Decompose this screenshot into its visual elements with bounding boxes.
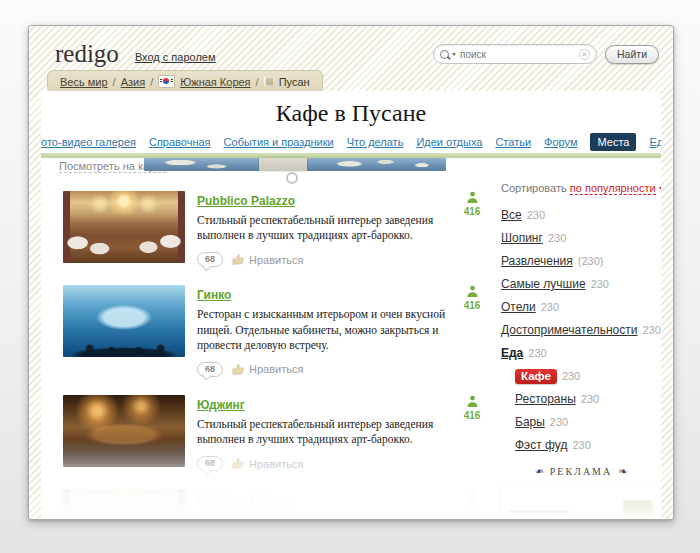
sort-value-link[interactable]: по популярности bbox=[570, 182, 656, 195]
visitors-count: 416 bbox=[461, 504, 483, 515]
listing-item: Pubblico Palazzo Стильный респектабельны… bbox=[63, 489, 483, 519]
search-button[interactable]: Найти bbox=[605, 45, 659, 64]
category-hotels: Отели230 bbox=[501, 300, 661, 314]
ad-text-placeholder bbox=[509, 510, 569, 513]
listing-name-link[interactable]: Юджинг bbox=[197, 398, 245, 412]
listing-name-link[interactable]: Гинко bbox=[197, 288, 231, 302]
ad-placeholder[interactable] bbox=[501, 484, 661, 519]
ad-image-placeholder bbox=[623, 500, 653, 519]
category-restaurants: Рестораны230 bbox=[515, 392, 661, 406]
content-panel: Кафе в Пусане Фото-видео галерея Справоч… bbox=[41, 91, 661, 519]
clear-search-icon[interactable] bbox=[579, 49, 590, 60]
listing-name-link[interactable]: Pubblico Palazzo bbox=[197, 492, 295, 506]
listing-item: Pubblico Palazzo Стильный респектабельны… bbox=[63, 191, 483, 267]
tab-guide[interactable]: Справочная bbox=[149, 136, 211, 148]
category-fastfood: Фэст фуд230 bbox=[515, 438, 661, 452]
visitors-count: 416 bbox=[461, 410, 483, 421]
person-icon bbox=[466, 395, 479, 408]
breadcrumb-busan: Пусан bbox=[279, 76, 310, 88]
category-all: Все230 bbox=[501, 208, 661, 222]
search-icon[interactable] bbox=[440, 50, 449, 59]
breadcrumb-asia[interactable]: Азия bbox=[121, 76, 145, 88]
search-input[interactable] bbox=[456, 49, 579, 60]
listing-photo[interactable] bbox=[63, 489, 185, 519]
breadcrumb-world[interactable]: Весь мир bbox=[60, 76, 108, 88]
listing-photo[interactable] bbox=[63, 395, 185, 467]
tab-events-holidays[interactable]: События и праздники bbox=[224, 136, 334, 148]
person-icon bbox=[466, 489, 479, 502]
section-tabs: Фото-видео галерея Справочная События и … bbox=[41, 133, 661, 151]
like-label: Нравиться bbox=[249, 458, 303, 470]
ad-section-label: ❧ РЕКЛАМА ❧ bbox=[501, 465, 661, 478]
category-food: Еда230 bbox=[501, 346, 661, 360]
thumbs-up-icon bbox=[232, 253, 245, 266]
visitors-count: 416 bbox=[461, 300, 483, 311]
tab-photo-video-gallery[interactable]: Фото-видео галерея bbox=[41, 136, 136, 148]
sort-dropdown-icon[interactable] bbox=[659, 187, 661, 191]
tab-places[interactable]: Места bbox=[590, 133, 636, 151]
breadcrumb: Весь мир / Азия / Южная Корея / Пусан bbox=[47, 70, 323, 93]
listing-description: Стильный респектабельный интерьер заведе… bbox=[197, 511, 459, 519]
listing-photo[interactable] bbox=[63, 191, 185, 263]
map-slider-handle[interactable] bbox=[286, 172, 298, 184]
logo[interactable]: redigo bbox=[55, 40, 119, 68]
ad-text-placeholder bbox=[509, 517, 553, 519]
breadcrumb-separator: / bbox=[113, 76, 116, 88]
breadcrumb-separator: / bbox=[150, 76, 153, 88]
listing-item: Гинко Ресторан с изысканным итерьором и … bbox=[63, 285, 483, 377]
tab-forum[interactable]: Форум bbox=[544, 136, 577, 148]
breadcrumb-south-korea[interactable]: Южная Корея bbox=[180, 76, 250, 88]
like-button[interactable]: Нравиться bbox=[232, 363, 303, 376]
search-box bbox=[433, 44, 597, 64]
tab-rest-ideas[interactable]: Идеи отдыха bbox=[416, 136, 482, 148]
listing-item: Юджинг Стильный респектабельный интерьер… bbox=[63, 395, 483, 471]
visitors-counter: 416 bbox=[461, 285, 483, 311]
site-header: redigo Вход с паролем Найти bbox=[55, 34, 659, 74]
category-cafe: Кафе230 bbox=[515, 369, 661, 383]
site-card: redigo Вход с паролем Найти Весь мир / А… bbox=[28, 25, 674, 520]
login-link[interactable]: Вход с паролем bbox=[135, 51, 216, 63]
thumbs-up-icon bbox=[232, 457, 245, 470]
listing-description: Стильный респектабельный интерьер заведе… bbox=[197, 213, 459, 243]
person-icon bbox=[466, 191, 479, 204]
south-korea-flag-icon bbox=[158, 75, 175, 88]
page-title: Кафе в Пусане bbox=[41, 91, 661, 127]
like-button[interactable]: Нравиться bbox=[232, 457, 303, 470]
sort-control: Сортировать по популярности bbox=[501, 182, 661, 194]
tab-food[interactable]: Еда bbox=[649, 136, 661, 148]
ad-label-text: РЕКЛАМА bbox=[550, 466, 612, 477]
like-button[interactable]: Нравиться bbox=[232, 253, 303, 266]
like-label: Нравиться bbox=[249, 363, 303, 375]
tab-what-to-do[interactable]: Что делать bbox=[347, 136, 404, 148]
sort-label: Сортировать bbox=[501, 182, 567, 194]
listing-description: Стильный респектабельный интерьер заведе… bbox=[197, 417, 459, 447]
category-shopping: Шопинг230 bbox=[501, 231, 661, 245]
listing-description: Ресторан с изысканным итерьором и очен в… bbox=[197, 307, 459, 353]
breadcrumb-separator: / bbox=[256, 76, 259, 88]
city-icon bbox=[264, 77, 274, 86]
map-viewport-segment[interactable] bbox=[259, 158, 307, 171]
category-entertainment: Развлечения(230) bbox=[501, 254, 661, 268]
tab-articles[interactable]: Статьи bbox=[495, 136, 531, 148]
floral-ornament-icon: ❧ bbox=[535, 465, 544, 478]
listings: Pubblico Palazzo Стильный респектабельны… bbox=[63, 191, 483, 519]
listing-name-link[interactable]: Pubblico Palazzo bbox=[197, 194, 295, 208]
category-sights: Достопримечательности230 bbox=[501, 323, 661, 337]
comments-badge[interactable]: 68 bbox=[197, 456, 223, 471]
listing-photo[interactable] bbox=[63, 285, 185, 357]
visitors-counter: 416 bbox=[461, 395, 483, 421]
visitors-counter: 416 bbox=[461, 191, 483, 217]
visitors-counter: 416 bbox=[461, 489, 483, 515]
category-best: Самые лучшие230 bbox=[501, 277, 661, 291]
like-label: Нравиться bbox=[249, 254, 303, 266]
comments-badge[interactable]: 68 bbox=[197, 362, 223, 377]
floral-ornament-icon: ❧ bbox=[618, 465, 627, 478]
sidebar: Сортировать по популярности Все230 Шопин… bbox=[501, 182, 661, 519]
comments-badge[interactable]: 68 bbox=[197, 252, 223, 267]
category-bars: Бары230 bbox=[515, 415, 661, 429]
person-icon bbox=[466, 285, 479, 298]
thumbs-up-icon bbox=[232, 363, 245, 376]
visitors-count: 416 bbox=[461, 206, 483, 217]
world-map-strip[interactable] bbox=[144, 158, 446, 171]
